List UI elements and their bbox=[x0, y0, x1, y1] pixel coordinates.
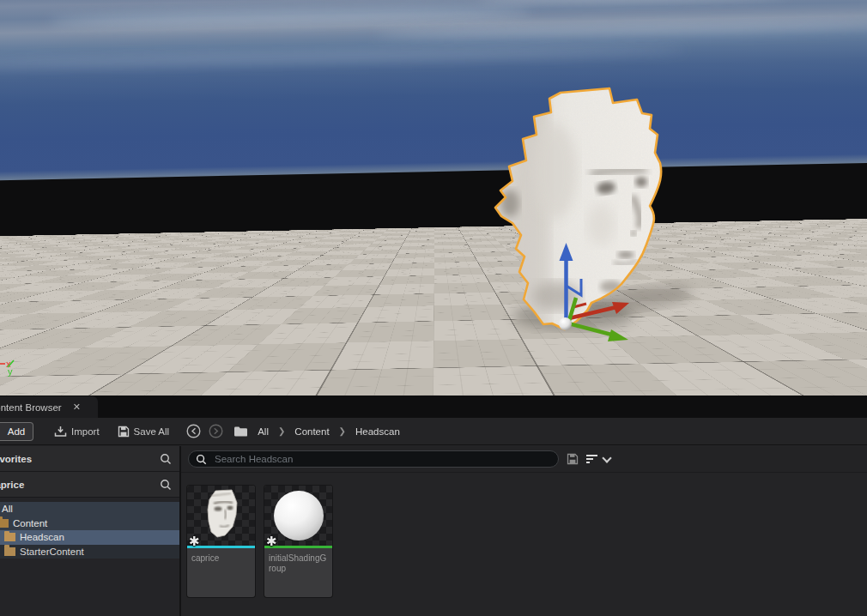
tab-close-icon[interactable]: ✕ bbox=[73, 402, 81, 413]
asset-name: initialShadingGroup bbox=[264, 548, 332, 574]
save-icon bbox=[118, 426, 130, 438]
tree-item-all[interactable]: All bbox=[0, 502, 179, 516]
breadcrumb-content[interactable]: Content bbox=[294, 426, 329, 437]
tree-item-startercontent[interactable]: StarterContent bbox=[0, 545, 179, 559]
folder-icon bbox=[4, 547, 15, 556]
folder-icon bbox=[0, 519, 9, 528]
asset-thumbnail: ✱ bbox=[264, 486, 332, 546]
breadcrumb-headscan[interactable]: Headscan bbox=[355, 426, 400, 437]
breadcrumb-all[interactable]: All bbox=[258, 426, 269, 437]
search-box[interactable] bbox=[188, 450, 559, 468]
tab-content-browser[interactable]: Content Browser ✕ bbox=[0, 396, 98, 418]
unsaved-asterisk-badge: ✱ bbox=[266, 534, 277, 549]
asset-name: caprice bbox=[187, 548, 255, 564]
unsaved-asterisk-badge: ✱ bbox=[189, 534, 200, 549]
asset-tile-caprice[interactable]: ✱ caprice bbox=[187, 486, 255, 597]
filters-button[interactable] bbox=[586, 455, 610, 463]
search-input[interactable] bbox=[213, 453, 551, 465]
chevron-down-icon bbox=[602, 453, 611, 462]
import-icon bbox=[54, 426, 67, 438]
arrow-back-icon bbox=[186, 424, 201, 438]
viewport-3d[interactable]: x y bbox=[0, 0, 867, 396]
project-section-header[interactable]: caprice bbox=[0, 472, 179, 498]
filter-icon bbox=[586, 455, 597, 463]
search-icon[interactable] bbox=[160, 479, 172, 491]
save-all-button[interactable]: Save All bbox=[118, 426, 170, 438]
add-button[interactable]: Add bbox=[0, 422, 33, 441]
arrow-forward-icon bbox=[209, 424, 223, 438]
save-search-button[interactable] bbox=[567, 453, 579, 465]
favorites-label: Favorites bbox=[0, 454, 160, 464]
axis-indicator: x y bbox=[0, 359, 14, 377]
folder-icon bbox=[233, 426, 248, 438]
viewport-overlay: x y bbox=[0, 0, 867, 396]
asset-grid: ✱ caprice ✱ initialShadingGroup bbox=[187, 486, 332, 597]
tree-item-content[interactable]: Content bbox=[0, 516, 179, 531]
tab-title: Content Browser bbox=[0, 402, 62, 413]
back-button[interactable] bbox=[186, 424, 201, 438]
content-browser-toolbar: Add Import Save All bbox=[0, 418, 867, 445]
search-icon[interactable] bbox=[160, 453, 172, 465]
project-label: caprice bbox=[0, 480, 160, 490]
sources-sidebar: Favorites caprice All Con bbox=[0, 446, 181, 616]
favorites-section-header[interactable]: Favorites bbox=[0, 446, 179, 472]
asset-view: ✱ caprice ✱ initialShadingGroup bbox=[181, 446, 867, 616]
import-button[interactable]: Import bbox=[54, 426, 100, 438]
gizmo-origin-handle[interactable] bbox=[559, 317, 572, 330]
axis-y-label: y bbox=[8, 366, 13, 377]
search-row bbox=[181, 446, 867, 473]
content-browser-panel: Content Browser ✕ Add Import Save All bbox=[0, 396, 867, 616]
tree-item-headscan[interactable]: Headscan bbox=[0, 530, 179, 545]
chevron-right-icon: ❯ bbox=[277, 426, 286, 436]
tab-bar: Content Browser ✕ bbox=[0, 396, 867, 418]
asset-thumbnail: ✱ bbox=[187, 486, 255, 546]
asset-tile-initialshadinggroup[interactable]: ✱ initialShadingGroup bbox=[264, 486, 332, 597]
chevron-right-icon: ❯ bbox=[338, 426, 347, 436]
forward-button[interactable] bbox=[209, 424, 223, 438]
save-icon bbox=[567, 453, 579, 465]
search-icon bbox=[196, 454, 207, 465]
folder-tree: All Content Headscan StarterContent bbox=[0, 502, 179, 559]
material-sphere-thumbnail bbox=[274, 491, 324, 541]
folder-icon bbox=[4, 533, 15, 541]
